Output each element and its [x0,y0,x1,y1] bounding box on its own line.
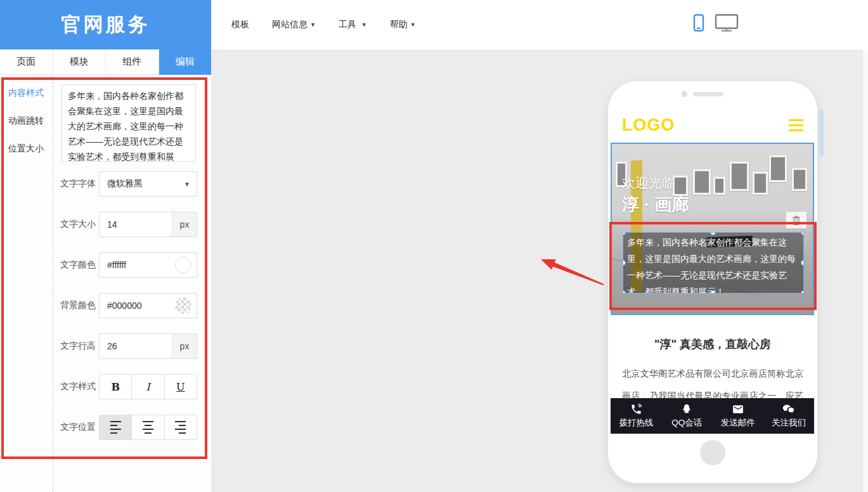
italic-button[interactable]: I [131,374,164,399]
align-right-button[interactable] [164,415,197,440]
align-left-button[interactable] [99,415,132,440]
brand-title: 官网服务 [62,11,150,38]
phone-camera-dot [682,91,687,97]
content-textarea-wrap: 多年来，国内各种名家创作都会聚集在这里，这里是国内最大的艺术画廊，这里的每一种艺… [62,84,196,162]
page-scrollbar-track[interactable] [862,49,868,492]
hero-welcome-text: 欢迎光临 [622,174,675,192]
top-navbar: 模板 网站信息▼ 工具 ▼ 帮助▼ [211,0,868,50]
chevron-down-icon: ▼ [310,22,316,28]
gallery-frame [713,177,725,195]
font-family-row: 文字字体 微软雅黑 ▼ [60,171,197,197]
footer-item-qq[interactable]: QQ会话 [661,398,712,434]
bg-color-row: 背景颜色 [60,293,197,318]
text-style-label: 文字样式 [60,381,99,392]
text-style-row: 文字样式 B I U [60,374,197,399]
preview-scrollbar[interactable] [819,109,824,156]
text-color-field [99,252,197,278]
font-size-input[interactable] [100,219,172,230]
line-height-label: 文字行高 [60,340,99,352]
line-height-unit: px [172,334,197,358]
resize-handle[interactable] [801,232,804,235]
phone-footer-bar: 拨打热线 QQ会话 发送邮件 [611,398,814,434]
resize-handle[interactable] [710,290,716,294]
app-window: 官网服务 模板 网站信息▼ 工具 ▼ 帮助▼ 页面 模块 组件 编辑 [0,0,868,492]
phone-speaker-bar [693,92,723,96]
gallery-frame [792,168,807,191]
nav-items: 模板 网站信息▼ 工具 ▼ 帮助▼ [211,0,868,49]
desktop-icon[interactable] [715,14,739,32]
tab-module[interactable]: 模块 [53,49,107,75]
resize-handle[interactable] [623,232,626,235]
underline-button[interactable]: U [164,374,197,399]
brand-header: 官网服务 [0,0,211,49]
resize-handle[interactable] [710,232,716,235]
site-logo[interactable]: LOGO [622,115,675,135]
nav-item-site-info[interactable]: 网站信息▼ [272,19,316,30]
nav-item-template[interactable]: 模板 [231,19,249,30]
text-color-swatch[interactable] [175,257,191,273]
phone-icon [630,403,642,415]
footer-item-follow[interactable]: 关注我们 [763,398,814,434]
hamburger-menu-icon[interactable] [789,119,803,131]
align-right-icon [175,420,186,435]
selected-text-element[interactable]: 多年来，国内各种名家创作都会聚集在这里，这里是国内最大的艺术画廊，这里的每一种艺… [623,232,804,294]
nav-item-tools[interactable]: 工具 ▼ [339,19,367,30]
overlay-text: 多年来，国内各种名家创作都会聚集在这里，这里是国内最大的艺术画廊，这里的每一种艺… [627,237,796,294]
text-color-input[interactable] [100,259,175,271]
resize-handle[interactable] [801,290,804,294]
bg-color-field [99,293,197,318]
font-family-label: 文字字体 [60,178,99,190]
resize-handle[interactable] [801,260,804,266]
mail-icon [732,403,744,415]
font-size-field: px [99,212,197,237]
resize-handle[interactable] [623,290,626,294]
device-toggle [693,14,739,32]
font-size-label: 文字大小 [60,219,99,230]
site-header: LOGO [622,113,803,137]
font-family-value: 微软雅黑 [100,178,143,190]
gallery-frame [693,169,711,195]
mobile-icon[interactable] [693,14,704,32]
text-color-label: 文字颜色 [60,259,99,271]
bg-color-label: 背景颜色 [60,300,99,311]
font-size-row: 文字大小 px [60,212,197,237]
phone-mockup: LOGO 欢迎光临 淳 · 画廊 [608,81,817,483]
edit-panel: 内容样式 动画跳转 位置大小 多年来，国内各种名家创作都会聚集在这里，这里是国内… [0,75,211,492]
hero-title-text: 淳 · 画廊 [622,193,689,216]
tab-edit[interactable]: 编辑 [159,49,212,75]
gallery-frame [753,172,768,195]
footer-item-email[interactable]: 发送邮件 [713,398,763,434]
edit-form: 多年来，国内各种名家创作都会聚集在这里，这里是国内最大的艺术画廊，这里的每一种艺… [0,75,211,492]
text-align-group [99,415,197,440]
font-size-unit: px [172,212,197,236]
chevron-down-icon: ▼ [184,181,190,188]
text-style-group: B I U [99,374,197,399]
bg-color-swatch[interactable] [175,297,191,314]
phone-home-button[interactable] [700,440,725,465]
resize-handle[interactable] [623,260,626,266]
wechat-icon [782,403,795,415]
trash-icon [792,216,801,225]
font-family-select[interactable]: 微软雅黑 ▼ [99,171,197,197]
tab-page[interactable]: 页面 [0,49,53,75]
chevron-down-icon: ▼ [410,22,416,28]
chevron-down-icon: ▼ [361,22,367,28]
line-height-row: 文字行高 px [60,333,197,359]
bold-button[interactable]: B [99,374,132,399]
tab-component[interactable]: 组件 [106,49,159,75]
text-align-row: 文字位置 [60,415,197,440]
qq-icon [681,403,692,415]
line-height-field: px [99,333,197,359]
section-heading: "淳" 真美感，直敲心房 [608,337,817,352]
hero-slideshow[interactable]: 欢迎光临 淳 · 画廊 多年来，国内各种名家创作都会聚集在这里，这里是国内最大的… [611,143,814,315]
bg-color-input[interactable] [100,300,175,311]
content-textarea[interactable]: 多年来，国内各种名家创作都会聚集在这里，这里是国内最大的艺术画廊，这里的每一种艺… [62,84,196,162]
line-height-input[interactable] [100,340,172,352]
footer-item-hotline[interactable]: 拨打热线 [611,398,661,434]
nav-item-help[interactable]: 帮助▼ [390,19,416,30]
delete-element-button[interactable] [786,212,806,228]
panel-tabbar: 页面 模块 组件 编辑 [0,49,211,75]
text-align-label: 文字位置 [60,422,99,433]
align-center-button[interactable] [131,415,164,440]
text-color-row: 文字颜色 [60,252,197,278]
